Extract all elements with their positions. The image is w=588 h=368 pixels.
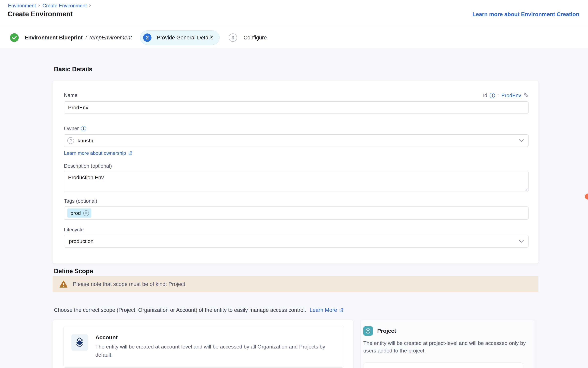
step1-label[interactable]: Environment Blueprint [25,35,83,41]
tags-label: Tags (optional) [64,198,97,204]
scope-learn-more-link[interactable]: Learn More [309,307,344,313]
owner-info-icon[interactable]: i [81,126,86,131]
description-field-wrap: Production Env [64,171,529,192]
breadcrumb-separator-icon: › [38,3,40,8]
breadcrumb-link-environment[interactable]: Environment [8,3,36,9]
owner-label-row: Owner i [64,126,86,131]
feedback-handle-icon[interactable] [585,193,588,200]
unknown-user-icon: ? [67,137,74,144]
edit-id-icon[interactable]: ✎ [524,92,529,99]
step3-number-badge: 3 [229,33,237,42]
external-link-icon [128,151,133,156]
remove-tag-icon[interactable]: × [83,210,89,216]
account-scope-card: Account The entity will be created at ac… [53,320,353,368]
learn-more-ownership-text: Learn more about ownership [64,150,126,156]
step2-number-badge: 2 [143,33,152,42]
account-card-description: The entity will be created at account-le… [95,343,344,359]
scope-description: Choose the correct scope (Project, Organ… [54,307,344,313]
owner-select[interactable]: ? khushi [64,134,529,147]
entity-id-row: Id i : ProdEnv ✎ [483,92,529,99]
external-link-icon [339,308,344,313]
learn-more-environment-creation-link[interactable]: Learn more about Environment Creation [472,11,579,18]
id-label: Id [483,92,487,98]
owner-value: khushi [78,138,93,144]
scope-description-text: Choose the correct scope (Project, Organ… [54,307,306,313]
create-environment-page: Environment › Create Environment › Creat… [0,0,588,368]
scope-warning-text: Please note that scope must be of kind: … [73,281,185,287]
chevron-down-icon [519,240,524,243]
breadcrumb-separator-icon: › [89,3,91,8]
resize-grip-icon[interactable] [524,187,528,191]
step2-label: Provide General Details [157,35,213,41]
id-info-icon[interactable]: i [490,93,495,98]
step3-label[interactable]: Configure [244,35,267,41]
chevron-down-icon [519,139,524,142]
project-icon-tile [363,326,373,336]
project-selector-box[interactable] [363,362,523,368]
scope-warning-banner: Please note that scope must be of kind: … [53,276,538,292]
wizard-stepper: Environment Blueprint : TempEnvironment … [0,27,588,48]
basic-details-heading: Basic Details [54,66,92,73]
lifecycle-label: Lifecycle [64,227,84,233]
account-layers-icon [75,337,84,348]
tags-input[interactable]: prod × [64,206,529,220]
step2-active-pill[interactable]: 2 Provide General Details [140,30,219,45]
owner-label: Owner [64,126,79,131]
tag-chip-prod: prod × [67,209,91,218]
account-scope-option[interactable]: Account The entity will be created at ac… [63,326,344,368]
project-cube-icon [365,328,371,334]
project-scope-option[interactable]: Project [363,326,396,336]
ownership-link-row: Learn more about ownership [64,150,133,156]
account-card-title: Account [95,334,344,341]
warning-icon [59,280,68,288]
check-icon [12,36,17,40]
basic-details-card: Name Id i : ProdEnv ✎ Owner i ? khushi L… [53,81,538,263]
breadcrumb-link-create-environment[interactable]: Create Environment [42,3,87,9]
define-scope-heading: Define Scope [54,268,93,275]
project-card-description: The entity will be created at project-le… [363,339,531,354]
lifecycle-value: production [69,238,94,244]
id-colon: : [498,92,499,99]
description-label: Description (optional) [64,163,112,169]
account-card-text: Account The entity will be created at ac… [95,334,344,359]
project-card-title: Project [377,328,396,334]
name-label: Name [64,92,77,98]
learn-more-ownership-link[interactable]: Learn more about ownership [64,150,133,156]
page-title: Create Environment [8,10,73,18]
step1-done-indicator [10,33,19,42]
name-input[interactable] [64,101,529,114]
account-icon-tile [72,334,88,351]
lifecycle-select[interactable]: production [64,235,529,248]
page-header: Environment › Create Environment › Creat… [0,0,588,27]
scope-learn-more-text: Learn More [309,307,337,313]
description-textarea[interactable]: Production Env [64,171,529,192]
id-value: ProdEnv [501,92,521,99]
tag-chip-text: prod [71,210,81,216]
project-scope-panel: Project The entity will be created at pr… [361,320,535,368]
step1-selected-blueprint: : TempEnvironment [85,35,132,41]
breadcrumb: Environment › Create Environment › [8,3,91,9]
